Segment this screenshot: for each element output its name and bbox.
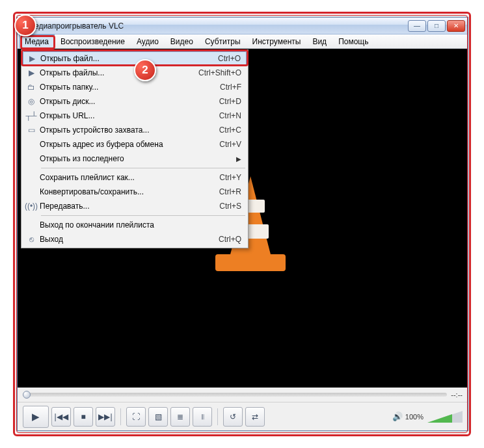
- menu-item-2[interactable]: 🗀Открыть папку...Ctrl+F: [23, 80, 247, 94]
- menu-video-label: Видео: [170, 37, 193, 46]
- menu-item-label: Выход по окончании плейлиста: [40, 220, 241, 230]
- menu-item-label: Открыть из последнего: [40, 154, 235, 163]
- badge-1-label: 1: [22, 19, 28, 32]
- menu-subtitles-label: Субтитры: [205, 37, 241, 46]
- disc-icon: ◎: [23, 97, 40, 106]
- equalizer-button[interactable]: ⫴: [193, 407, 212, 427]
- seek-slider[interactable]: [23, 393, 447, 397]
- menu-separator: [41, 168, 245, 168]
- menu-item-5[interactable]: ▭Открыть устройство захвата...Ctrl+C: [23, 123, 247, 137]
- menu-item-3[interactable]: ◎Открыть диск...Ctrl+D: [23, 94, 247, 109]
- menu-item-shortcut: Ctrl+R: [219, 187, 241, 196]
- menu-playback[interactable]: Воспроизведение: [55, 34, 131, 48]
- loop-button[interactable]: ↺: [223, 407, 243, 427]
- exit-icon: ⎋: [23, 235, 40, 244]
- menu-item-13[interactable]: Выход по окончании плейлиста: [23, 218, 247, 232]
- playlist-button[interactable]: ≣: [170, 407, 190, 427]
- prev-icon: |◀◀: [54, 412, 68, 421]
- menu-item-shortcut: Ctrl+V: [219, 140, 241, 149]
- next-button[interactable]: ▶▶|: [96, 407, 115, 427]
- menu-item-label: Открыть файлы...: [40, 68, 198, 77]
- menu-item-label: Выход: [40, 235, 219, 244]
- maximize-icon: □: [435, 22, 438, 29]
- play-file-icon: ▶: [23, 54, 40, 63]
- titlebar[interactable]: едиапроигрыватель VLC — □ ✕: [18, 18, 468, 34]
- menu-item-shortcut: Ctrl+S: [219, 202, 241, 211]
- menu-item-10[interactable]: Конвертировать/сохранить...Ctrl+R: [23, 185, 247, 199]
- menu-subtitles[interactable]: Субтитры: [199, 34, 247, 48]
- extended-button[interactable]: ▧: [148, 407, 168, 427]
- separator-icon: [217, 408, 218, 425]
- speaker-icon[interactable]: 🔊: [392, 412, 403, 421]
- shuffle-icon: ⇄: [252, 412, 258, 421]
- menu-help[interactable]: Помощь: [332, 34, 374, 48]
- menu-item-0[interactable]: ▶Открыть файл...Ctrl+O: [23, 51, 247, 66]
- volume-label: 100%: [405, 413, 424, 421]
- prev-button[interactable]: |◀◀: [51, 407, 71, 427]
- media-dropdown: ▶Открыть файл...Ctrl+O▶Открыть файлы...C…: [21, 49, 249, 248]
- menu-view[interactable]: Вид: [306, 34, 332, 48]
- window-title: едиапроигрыватель VLC: [34, 21, 408, 31]
- menu-media-label: Медиа: [25, 37, 49, 46]
- play-button[interactable]: ▶: [23, 406, 49, 428]
- menu-item-shortcut: Ctrl+N: [219, 111, 241, 120]
- menu-item-shortcut: Ctrl+Y: [219, 173, 241, 182]
- menubar: Медиа Воспроизведение Аудио Видео Субтит…: [18, 34, 468, 49]
- shuffle-button[interactable]: ⇄: [245, 407, 265, 427]
- menu-tools-label: Инструменты: [252, 37, 301, 46]
- menu-item-label: Открыть файл...: [40, 54, 218, 63]
- loop-icon: ↺: [230, 412, 236, 421]
- menu-item-label: Открыть папку...: [40, 83, 220, 92]
- menu-view-label: Вид: [312, 37, 327, 46]
- menu-item-label: Открыть диск...: [40, 97, 219, 106]
- minimize-button[interactable]: —: [408, 20, 426, 32]
- submenu-arrow-icon: ▶: [235, 155, 241, 163]
- stop-icon: ■: [81, 412, 85, 421]
- menu-item-label: Открыть URL...: [40, 111, 219, 120]
- close-button[interactable]: ✕: [447, 20, 465, 32]
- menu-item-label: Открыть адрес из буфера обмена: [40, 140, 219, 149]
- play-icon: ▶: [32, 411, 40, 423]
- menu-item-shortcut: Ctrl+F: [220, 83, 241, 92]
- menu-media[interactable]: Медиа: [19, 34, 55, 48]
- tutorial-badge-2: 2: [134, 59, 156, 81]
- menu-video[interactable]: Видео: [165, 34, 199, 48]
- menu-item-label: Сохранить плейлист как...: [40, 173, 219, 182]
- controls-bar: ▶ |◀◀ ■ ▶▶| ⛶ ▧ ≣ ⫴ ↺ ⇄ 🔊 100%: [18, 402, 468, 430]
- menu-item-shortcut: Ctrl+Shift+O: [198, 68, 241, 77]
- menu-item-9[interactable]: Сохранить плейлист как...Ctrl+Y: [23, 170, 247, 185]
- badge-2-label: 2: [142, 64, 148, 77]
- menu-audio-label: Аудио: [137, 37, 159, 46]
- menu-item-4[interactable]: ┬┴Открыть URL...Ctrl+N: [23, 109, 247, 123]
- seek-knob[interactable]: [23, 391, 31, 399]
- menu-item-14[interactable]: ⎋ВыходCtrl+Q: [23, 232, 247, 246]
- tutorial-badge-1: 1: [14, 14, 36, 36]
- volume-slider[interactable]: [427, 411, 463, 423]
- menu-item-6[interactable]: Открыть адрес из буфера обменаCtrl+V: [23, 137, 247, 152]
- menu-help-label: Помощь: [338, 37, 368, 46]
- menu-item-shortcut: Ctrl+Q: [219, 235, 241, 244]
- menu-tools[interactable]: Инструменты: [247, 34, 307, 48]
- capture-icon: ▭: [23, 125, 40, 135]
- menu-separator: [41, 215, 245, 216]
- next-icon: ▶▶|: [98, 412, 112, 421]
- menu-item-11[interactable]: ((•))Передавать...Ctrl+S: [23, 199, 247, 213]
- menu-item-label: Конвертировать/сохранить...: [40, 187, 219, 196]
- stream-icon: ((•)): [23, 202, 40, 211]
- menu-audio[interactable]: Аудио: [131, 34, 165, 48]
- eq-icon: ⫴: [201, 412, 204, 421]
- fullscreen-button[interactable]: ⛶: [126, 407, 146, 427]
- network-icon: ┬┴: [23, 111, 40, 120]
- separator-icon: [120, 408, 121, 425]
- menu-item-label: Передавать...: [40, 202, 219, 211]
- menu-item-shortcut: Ctrl+O: [218, 54, 241, 63]
- stop-button[interactable]: ■: [74, 407, 93, 427]
- minimize-icon: —: [414, 22, 420, 29]
- menu-item-label: Открыть устройство захвата...: [40, 125, 219, 135]
- maximize-button[interactable]: □: [427, 20, 446, 32]
- menu-item-7[interactable]: Открыть из последнего▶: [23, 152, 247, 166]
- menu-item-shortcut: Ctrl+D: [219, 97, 241, 106]
- menu-item-shortcut: Ctrl+C: [219, 125, 241, 135]
- extended-icon: ▧: [155, 412, 162, 421]
- play-files-icon: ▶: [23, 68, 40, 77]
